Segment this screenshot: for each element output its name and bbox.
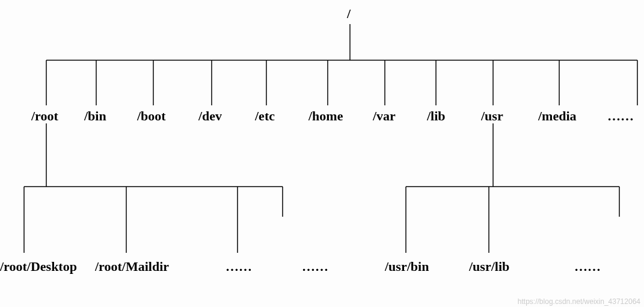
node-media: /media bbox=[538, 108, 577, 124]
node-root: /root bbox=[31, 108, 58, 124]
node-usr-more: …… bbox=[574, 259, 601, 274]
node-dev: /dev bbox=[198, 108, 222, 124]
node-more: …… bbox=[607, 108, 634, 124]
node-usr: /usr bbox=[481, 108, 503, 124]
node-home: /home bbox=[308, 108, 343, 124]
node-lib: /lib bbox=[427, 108, 446, 124]
node-root-more2: …… bbox=[302, 259, 328, 274]
node-var: /var bbox=[373, 108, 396, 124]
node-etc: /etc bbox=[255, 108, 275, 124]
node-root-maildir: /root/Maildir bbox=[95, 259, 169, 274]
node-usr-lib: /usr/lib bbox=[469, 259, 509, 274]
node-root-more1: …… bbox=[225, 259, 252, 274]
node-bin: /bin bbox=[84, 108, 106, 124]
node-boot: /boot bbox=[137, 108, 166, 124]
root-node: / bbox=[347, 6, 351, 22]
node-root-desktop: /root/Desktop bbox=[0, 259, 77, 274]
node-usr-bin: /usr/bin bbox=[385, 259, 429, 274]
watermark: https://blog.csdn.net/weixin_43712064 bbox=[518, 297, 640, 306]
